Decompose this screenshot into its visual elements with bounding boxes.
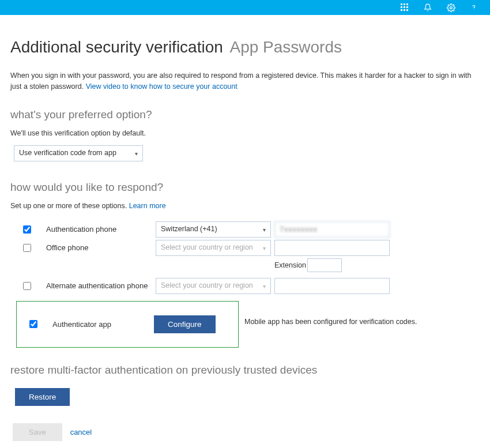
page-subtitle-tab[interactable]: App Passwords — [229, 38, 342, 56]
main-content: Additional security verification App Pas… — [0, 15, 490, 448]
svg-rect-6 — [401, 9, 402, 11]
option-auth-phone-row: Authentication phone Switzerland (+41) — [23, 221, 480, 238]
intro-body: When you sign in with your password, you… — [10, 71, 471, 91]
help-icon[interactable] — [469, 3, 478, 12]
svg-rect-4 — [404, 6, 405, 8]
auth-phone-checkbox[interactable] — [23, 225, 31, 234]
restore-section: restore multi-factor authentication on p… — [10, 364, 480, 406]
extension-input[interactable] — [307, 258, 342, 272]
svg-point-9 — [450, 6, 452, 9]
cancel-link[interactable]: cancel — [70, 428, 92, 436]
intro-text: When you sign in with your password, you… — [10, 70, 480, 92]
auth-phone-country-select[interactable]: Switzerland (+41) — [156, 221, 271, 238]
save-button[interactable]: Save — [13, 423, 62, 441]
topbar — [0, 0, 490, 15]
office-phone-label: Office phone — [46, 243, 156, 252]
learn-more-link[interactable]: Learn more — [129, 202, 166, 210]
gear-icon[interactable] — [446, 3, 455, 12]
preferred-option-select[interactable]: Use verification code from app — [14, 145, 143, 161]
authenticator-highlight: Authenticator app Configure — [16, 301, 239, 348]
bell-icon[interactable] — [423, 3, 432, 12]
svg-rect-5 — [406, 6, 408, 8]
alt-phone-checkbox[interactable] — [23, 282, 31, 290]
respond-sub: Set up one or more of these options. Lea… — [10, 202, 480, 210]
preferred-sub: We'll use this verification option by de… — [10, 129, 480, 137]
svg-rect-1 — [404, 3, 405, 5]
alt-phone-label: Alternate authentication phone — [46, 281, 156, 290]
authenticator-checkbox[interactable] — [29, 320, 37, 328]
office-phone-checkbox[interactable] — [23, 244, 31, 252]
svg-rect-8 — [406, 9, 408, 11]
respond-sub-text: Set up one or more of these options. — [10, 202, 129, 210]
respond-options: Authentication phone Switzerland (+41) O… — [10, 218, 480, 348]
alt-phone-country-select[interactable]: Select your country or region — [156, 278, 271, 294]
page-title-row: Additional security verification App Pas… — [10, 38, 480, 57]
configure-button[interactable]: Configure — [154, 315, 216, 333]
save-row: Save cancel — [13, 423, 480, 441]
svg-rect-0 — [401, 3, 402, 5]
svg-rect-2 — [406, 3, 408, 5]
alt-phone-input[interactable] — [274, 278, 390, 294]
option-alt-phone-row: Alternate authentication phone Select yo… — [23, 278, 480, 294]
office-phone-country-select[interactable]: Select your country or region — [156, 240, 271, 256]
option-office-phone-row: Office phone Select your country or regi… — [23, 240, 480, 256]
restore-heading: restore multi-factor authentication on p… — [10, 364, 480, 377]
authenticator-row: Authenticator app Configure Mobile app h… — [23, 296, 480, 348]
preferred-option-value: Use verification code from app — [19, 149, 116, 157]
respond-heading: how would you like to respond? — [10, 181, 480, 194]
office-extension-row: Extension — [23, 258, 480, 272]
authenticator-label: Authenticator app — [52, 320, 154, 329]
apps-icon[interactable] — [400, 3, 409, 12]
preferred-heading: what's your preferred option? — [10, 108, 480, 121]
office-phone-input[interactable] — [274, 240, 390, 256]
extension-label: Extension — [274, 261, 306, 269]
authenticator-status: Mobile app has been configured for verif… — [244, 318, 417, 326]
auth-phone-input[interactable] — [274, 221, 390, 238]
svg-rect-7 — [404, 9, 405, 11]
intro-video-link[interactable]: View video to know how to secure your ac… — [86, 82, 238, 91]
restore-button[interactable]: Restore — [15, 388, 70, 406]
svg-rect-3 — [401, 6, 402, 8]
page-title: Additional security verification — [10, 38, 223, 56]
auth-phone-label: Authentication phone — [46, 225, 156, 234]
